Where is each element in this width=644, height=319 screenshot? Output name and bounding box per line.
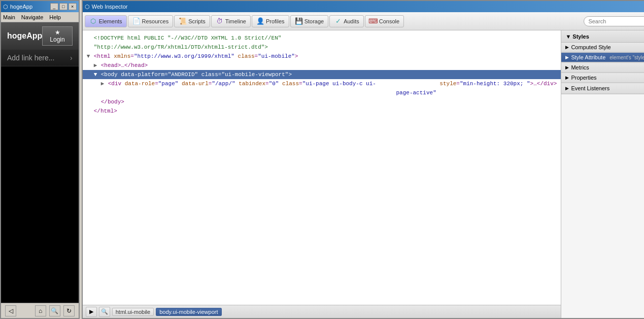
hoge-minimize-btn[interactable]: _ [50,3,58,10]
hoge-statusbar: ◁ ⌂ 🔍 ↻ [1,303,79,318]
login-button[interactable]: ★ Login [42,26,72,46]
search-btn[interactable]: 🔍 [99,307,110,317]
section-metrics: ▶ Metrics [561,63,644,73]
toggle-body[interactable]: ▼ [94,70,101,79]
style-attr-arrow: ▶ [565,55,569,60]
head-tag: <head>…</head> [101,61,148,70]
div-tabindex-val: "0" [269,79,279,88]
console-label: Console [379,18,399,24]
code-line-html[interactable]: ▼ <html xmlns="http://www.w3.org/1999/xh… [83,52,561,61]
html-eq2: = [255,52,258,61]
hoge-app-icon: ⬡ [3,4,8,10]
hoge-app-title: hogeApp [10,4,32,10]
code-line-doctype: <!DOCTYPE html PUBLIC "-//W3C//DTD XHTML… [83,33,561,43]
div-eq5: = [456,79,460,88]
search-box [584,16,644,26]
section-computed-header[interactable]: ▶ Computed Style [561,43,644,52]
tab-resources[interactable]: 📄 Resources [128,15,174,27]
resources-label: Resources [142,18,169,24]
section-metrics-header[interactable]: ▶ Metrics [561,63,644,73]
execute-btn[interactable]: ▶ [86,307,97,317]
div-role: data-role [125,79,155,88]
style-attr-title: Style Attribute [571,54,605,60]
toggle-html[interactable]: ▼ [87,52,94,61]
tab-timeline[interactable]: ⏱ Timeline [211,15,251,27]
code-line-body-close: </body> [83,97,561,107]
section-properties-header[interactable]: ▶ Properties [561,73,644,83]
toggle-doctype [87,33,94,43]
add-link-text: Add link here... [7,54,54,62]
zoom-icon[interactable]: 🔍 [49,305,60,316]
elements-icon: ⬡ [89,17,97,25]
div-tag: <div [108,79,125,88]
div-eq3: = [265,79,269,88]
code-panel: <!DOCTYPE html PUBLIC "-//W3C//DTD XHTML… [83,30,562,318]
html-tag-open: <html [94,52,114,61]
toggle-div[interactable]: ▶ [101,79,108,88]
toggle-head[interactable]: ▶ [94,61,101,70]
refresh-icon[interactable]: ↻ [63,305,75,316]
section-style-attr-header[interactable]: ▶ Style Attribute element's "style" attr… [561,53,644,62]
styles-title: ▼ Styles [565,33,589,40]
html-eq1: = [130,52,134,61]
hoge-titlebar: ⬡ hogeApp _ □ × [1,1,79,12]
styles-header: ▼ Styles ⚙ [561,30,644,43]
add-link-row[interactable]: Add link here... › [1,50,79,66]
hoge-maximize-btn[interactable]: □ [59,3,67,10]
div-style-val: "min-height: 320px; " [460,79,530,88]
search-input[interactable] [584,16,644,26]
div-end: >…</div> [530,79,557,88]
hoge-app-window: ⬡ hogeApp _ □ × Main Navigate Help hogeA… [0,0,80,319]
toggle-doctype2 [87,43,94,52]
html-class: class [238,52,255,61]
tab-audits[interactable]: ✓ Audits [329,15,364,27]
event-listeners-arrow: ▶ [565,86,569,91]
menu-navigate[interactable]: Navigate [21,14,43,20]
div-sp3 [279,79,282,88]
menu-main[interactable]: Main [3,14,15,20]
html-class-attr-name [234,52,238,61]
storage-label: Storage [304,18,324,24]
inspector-titlebar: ⬡ Web Inspector _ □ × [83,1,644,12]
inspector-icon: ⬡ [85,4,90,10]
storage-icon: 💾 [295,17,303,25]
hoge-close-btn[interactable]: × [69,3,77,10]
body-close-tag: </body> [101,97,124,107]
resources-icon: 📄 [132,17,141,25]
tab-scripts[interactable]: 📜 Scripts [174,15,210,27]
menu-help[interactable]: Help [49,14,61,20]
body-eq2: = [218,70,222,79]
tab-profiles[interactable]: 👤 Profiles [252,15,289,27]
breadcrumb-html[interactable]: html.ui-mobile [112,308,154,316]
div-url: data-url [182,79,209,88]
div-url-val: "/app/" [212,79,235,88]
profiles-label: Profiles [266,18,285,24]
body-tag-open: <body [101,70,121,79]
section-event-listeners-header[interactable]: ▶ Event Listeners ⚙ [561,83,644,94]
audits-label: Audits [344,18,359,24]
home-icon[interactable]: ⌂ [35,305,46,316]
code-line-body[interactable]: ▼ <body data-platform="ANDROID" class="u… [83,70,561,79]
toggle-body-close [94,97,101,107]
div-eq2: = [209,79,212,88]
section-event-listeners: ▶ Event Listeners ⚙ [561,83,644,94]
breadcrumb-body[interactable]: body.ui-mobile-viewport [156,308,221,316]
scripts-icon: 📜 [179,17,187,25]
event-listeners-title: Event Listeners [571,85,609,91]
code-content[interactable]: <!DOCTYPE html PUBLIC "-//W3C//DTD XHTML… [83,30,561,305]
inspector-window: ⬡ Web Inspector _ □ × ⬡ Elements 📄 Resou… [82,0,644,319]
elements-label: Elements [99,18,122,24]
body-platform-val: "ANDROID" [168,70,198,79]
code-line-div[interactable]: ▶ <div data-role="page" data-url="/app/"… [83,79,561,97]
body-class-val: "ui-mobile-viewport" [221,70,288,79]
html-close: > [295,52,298,61]
code-line-head[interactable]: ▶ <head>…</head> [83,61,561,70]
inspector-titlebar-left: ⬡ Web Inspector [85,4,128,10]
tab-elements[interactable]: ⬡ Elements [85,15,127,27]
tab-console[interactable]: ⌨ Console [365,15,404,27]
properties-arrow: ▶ [565,75,569,80]
doctype-url: "http://www.w3.org/TR/xhtml1/DTD/xhtml1-… [94,43,268,52]
code-line-doctype2: "http://www.w3.org/TR/xhtml1/DTD/xhtml1-… [83,43,561,52]
back-icon[interactable]: ◁ [5,305,16,316]
tab-storage[interactable]: 💾 Storage [290,15,329,27]
